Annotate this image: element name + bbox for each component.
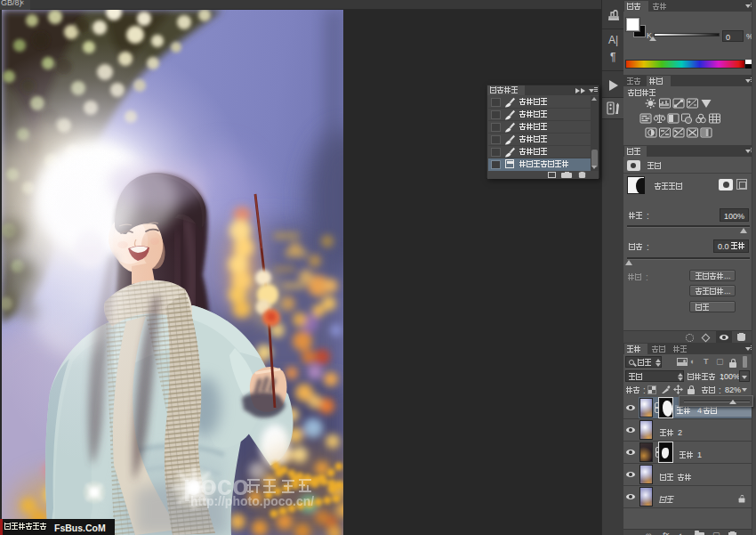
svg-text:http://photo.poco.cn/: http://photo.poco.cn/ xyxy=(190,494,314,508)
